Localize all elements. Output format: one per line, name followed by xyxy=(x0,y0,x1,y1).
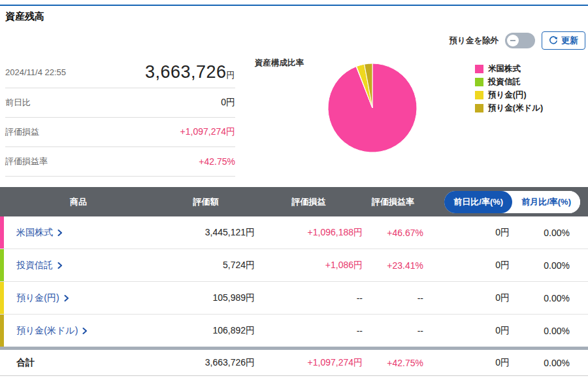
asset-balance-page: 資産残高 預り金を除外 更新 2024/11/4 22:55 3,663,726… xyxy=(0,0,588,378)
controls-row: 預り金を除外 更新 xyxy=(449,31,585,50)
valuation-amount: 3,445,121円 xyxy=(157,227,255,239)
summary-panel: 2024/11/4 22:55 3,663,726円 前日比 0円 評価損益 +… xyxy=(5,56,235,177)
table-row: 投資信託 5,724円+1,086円+23.41%0円0.00% xyxy=(0,249,588,282)
total-asset-value: 3,663,726円 xyxy=(145,62,235,82)
total-day-change-rate: 0.00% xyxy=(510,358,570,368)
table-header: 商品 評価額 評価損益 評価損益率 前日比/率(%) 前月比/率(%) xyxy=(0,187,588,216)
pie-legend: 米国株式投資信託預り金(円)預り金(米ドル) xyxy=(475,63,543,114)
legend-swatch xyxy=(475,65,483,73)
legend-swatch xyxy=(475,104,483,112)
summary-row: 評価損益 +1,097,274円 xyxy=(5,118,235,147)
header-profit-loss-rate: 評価損益率 xyxy=(363,196,423,208)
refresh-icon xyxy=(549,36,558,45)
top-accent-line xyxy=(0,5,588,6)
day-change-rate: 0.00% xyxy=(510,228,570,238)
total-row: 合計3,663,726円+1,097,274円+42.75%0円0.00% xyxy=(0,350,588,376)
profit-loss-rate: +23.41% xyxy=(363,260,423,271)
table-row: 預り金(米ドル) 106,892円----0円0.00% xyxy=(0,315,588,347)
toggle-knob xyxy=(507,35,519,46)
profit-loss-rate: -- xyxy=(363,293,423,303)
period-toggle-monthly[interactable]: 前月比/率(%) xyxy=(512,191,580,213)
legend-swatch xyxy=(475,78,483,86)
chevron-right-icon xyxy=(57,262,63,269)
product-link[interactable]: 投資信託 xyxy=(16,260,63,271)
legend-item: 預り金(米ドル) xyxy=(475,103,543,114)
table-row: 米国株式 3,445,121円+1,096,188円+46.67%0円0.00% xyxy=(0,216,588,249)
legend-item: 預り金(円) xyxy=(475,90,543,101)
table-body: 米国株式 3,445,121円+1,096,188円+46.67%0円0.00%… xyxy=(0,216,588,347)
legend-item: 投資信託 xyxy=(475,77,543,88)
refresh-label: 更新 xyxy=(561,35,578,46)
legend-label: 預り金(円) xyxy=(488,90,527,101)
legend-label: 預り金(米ドル) xyxy=(488,103,543,114)
profit-loss: +1,086円 xyxy=(255,260,363,271)
day-change-rate: 0.00% xyxy=(510,293,570,303)
summary-row: 前日比 0円 xyxy=(5,88,235,118)
day-change-rate: 0.00% xyxy=(510,260,570,271)
refresh-button[interactable]: 更新 xyxy=(542,31,585,50)
day-change-rate: 0.00% xyxy=(510,326,570,336)
header-valuation: 評価額 xyxy=(157,196,255,208)
header-product: 商品 xyxy=(0,196,157,208)
profit-loss: -- xyxy=(255,293,363,303)
valuation-amount: 106,892円 xyxy=(157,325,255,337)
profit-loss: -- xyxy=(255,326,363,336)
summary-row: 評価損益率 +42.75% xyxy=(5,147,235,177)
day-change: 0円 xyxy=(423,227,510,239)
profit-loss: +1,096,188円 xyxy=(255,227,363,239)
summary-total-row: 2024/11/4 22:55 3,663,726円 xyxy=(5,56,235,88)
table-row: 預り金(円) 105,989円----0円0.00% xyxy=(0,282,588,315)
product-link[interactable]: 米国株式 xyxy=(16,227,63,239)
period-toggle-daily[interactable]: 前日比/率(%) xyxy=(444,191,512,213)
total-label: 合計 xyxy=(4,357,157,369)
legend-swatch xyxy=(475,91,483,99)
chevron-right-icon xyxy=(64,295,69,301)
page-title: 資産残高 xyxy=(5,10,44,23)
valuation-amount: 5,724円 xyxy=(157,260,255,271)
product-link[interactable]: 預り金(米ドル) xyxy=(16,325,88,337)
exclude-deposit-label: 預り金を除外 xyxy=(449,35,498,46)
profit-loss-rate: +46.67% xyxy=(363,228,423,238)
period-toggle-group: 前日比/率(%) 前月比/率(%) xyxy=(444,191,580,213)
minus-icon xyxy=(510,40,515,41)
day-change: 0円 xyxy=(423,292,510,304)
valuation-amount: 105,989円 xyxy=(157,292,255,304)
legend-item: 米国株式 xyxy=(475,63,543,75)
chevron-right-icon xyxy=(57,230,63,236)
exclude-deposit-toggle[interactable] xyxy=(505,33,535,48)
day-change: 0円 xyxy=(423,325,510,337)
total-valuation-amount: 3,663,726円 xyxy=(157,357,255,369)
asset-table: 商品 評価額 評価損益 評価損益率 前日比/率(%) 前月比/率(%) 米国株式… xyxy=(0,187,588,376)
legend-label: 米国株式 xyxy=(488,63,521,75)
day-change: 0円 xyxy=(423,260,510,271)
header-profit-loss: 評価損益 xyxy=(255,196,363,208)
profit-loss-rate: -- xyxy=(363,326,423,336)
legend-label: 投資信託 xyxy=(488,77,521,88)
total-profit-loss: +1,097,274円 xyxy=(255,357,363,369)
asset-pie-chart xyxy=(327,62,418,154)
total-day-change: 0円 xyxy=(423,357,510,369)
chevron-right-icon xyxy=(82,328,88,334)
total-profit-loss-rate: +42.75% xyxy=(363,358,423,368)
pie-chart-title: 資産構成比率 xyxy=(255,58,304,69)
timestamp: 2024/11/4 22:55 xyxy=(5,67,66,77)
product-link[interactable]: 預り金(円) xyxy=(16,292,69,304)
